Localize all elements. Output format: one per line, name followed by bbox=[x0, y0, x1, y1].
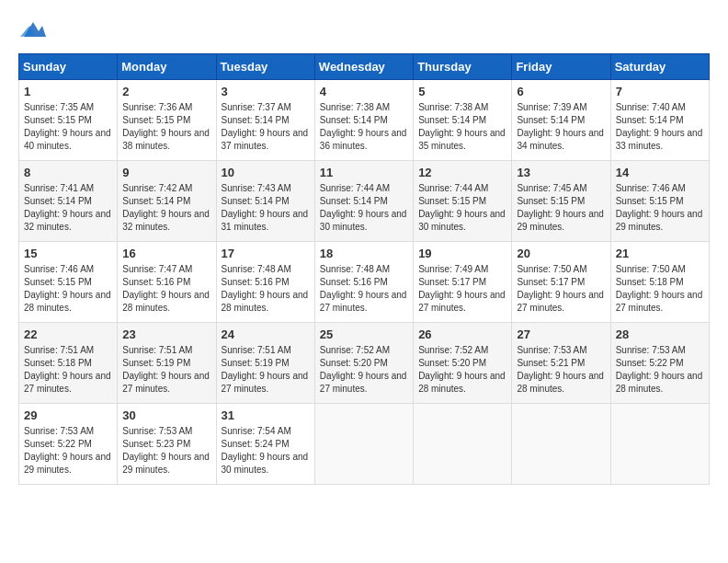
day-number: 11 bbox=[320, 166, 408, 179]
calendar-week-1: 1 Sunrise: 7:35 AM Sunset: 5:15 PM Dayli… bbox=[19, 80, 710, 161]
day-number: 27 bbox=[517, 327, 605, 341]
calendar-week-2: 8 Sunrise: 7:41 AM Sunset: 5:14 PM Dayli… bbox=[19, 161, 710, 242]
day-number: 29 bbox=[24, 408, 112, 422]
day-number: 21 bbox=[616, 247, 704, 260]
empty-cell bbox=[314, 404, 413, 485]
day-info: Sunrise: 7:46 AM Sunset: 5:15 PM Dayligh… bbox=[24, 263, 112, 315]
calendar-day-24: 24 Sunrise: 7:51 AM Sunset: 5:19 PM Dayl… bbox=[216, 323, 314, 404]
calendar-day-5: 5 Sunrise: 7:38 AM Sunset: 5:14 PM Dayli… bbox=[414, 80, 512, 161]
calendar-header-friday: Friday bbox=[512, 54, 610, 80]
calendar-week-5: 29 Sunrise: 7:53 AM Sunset: 5:22 PM Dayl… bbox=[19, 404, 710, 485]
day-info: Sunrise: 7:36 AM Sunset: 5:15 PM Dayligh… bbox=[122, 101, 210, 153]
calendar-day-7: 7 Sunrise: 7:40 AM Sunset: 5:14 PM Dayli… bbox=[610, 80, 709, 161]
day-info: Sunrise: 7:43 AM Sunset: 5:14 PM Dayligh… bbox=[222, 182, 310, 234]
day-info: Sunrise: 7:47 AM Sunset: 5:16 PM Dayligh… bbox=[122, 263, 210, 315]
day-info: Sunrise: 7:38 AM Sunset: 5:14 PM Dayligh… bbox=[320, 101, 408, 153]
day-info: Sunrise: 7:52 AM Sunset: 5:20 PM Dayligh… bbox=[418, 344, 506, 396]
calendar-day-1: 1 Sunrise: 7:35 AM Sunset: 5:15 PM Dayli… bbox=[19, 80, 118, 161]
day-info: Sunrise: 7:46 AM Sunset: 5:15 PM Dayligh… bbox=[616, 182, 704, 234]
day-info: Sunrise: 7:37 AM Sunset: 5:14 PM Dayligh… bbox=[222, 101, 310, 153]
day-info: Sunrise: 7:39 AM Sunset: 5:14 PM Dayligh… bbox=[517, 101, 605, 153]
day-info: Sunrise: 7:52 AM Sunset: 5:20 PM Dayligh… bbox=[320, 344, 408, 396]
day-number: 9 bbox=[122, 166, 210, 179]
day-info: Sunrise: 7:45 AM Sunset: 5:15 PM Dayligh… bbox=[517, 182, 605, 234]
day-number: 7 bbox=[616, 85, 704, 98]
calendar-table: SundayMondayTuesdayWednesdayThursdayFrid… bbox=[18, 53, 710, 485]
day-number: 15 bbox=[24, 247, 112, 260]
day-info: Sunrise: 7:48 AM Sunset: 5:16 PM Dayligh… bbox=[222, 263, 310, 315]
day-info: Sunrise: 7:51 AM Sunset: 5:19 PM Dayligh… bbox=[222, 344, 310, 396]
day-number: 14 bbox=[616, 166, 704, 179]
day-number: 4 bbox=[320, 85, 408, 98]
day-info: Sunrise: 7:51 AM Sunset: 5:19 PM Dayligh… bbox=[122, 344, 210, 396]
day-info: Sunrise: 7:51 AM Sunset: 5:18 PM Dayligh… bbox=[24, 344, 112, 396]
calendar-header-tuesday: Tuesday bbox=[216, 54, 314, 80]
calendar-day-4: 4 Sunrise: 7:38 AM Sunset: 5:14 PM Dayli… bbox=[314, 80, 413, 161]
calendar-day-19: 19 Sunrise: 7:49 AM Sunset: 5:17 PM Dayl… bbox=[414, 242, 512, 323]
day-info: Sunrise: 7:53 AM Sunset: 5:23 PM Dayligh… bbox=[122, 425, 210, 477]
calendar-day-2: 2 Sunrise: 7:36 AM Sunset: 5:15 PM Dayli… bbox=[118, 80, 216, 161]
calendar-week-4: 22 Sunrise: 7:51 AM Sunset: 5:18 PM Dayl… bbox=[19, 323, 710, 404]
day-info: Sunrise: 7:50 AM Sunset: 5:18 PM Dayligh… bbox=[616, 263, 704, 315]
calendar-day-30: 30 Sunrise: 7:53 AM Sunset: 5:23 PM Dayl… bbox=[118, 404, 216, 485]
day-number: 12 bbox=[418, 166, 506, 179]
day-number: 26 bbox=[418, 327, 506, 341]
day-info: Sunrise: 7:44 AM Sunset: 5:14 PM Dayligh… bbox=[320, 182, 408, 234]
empty-cell bbox=[610, 404, 709, 485]
day-number: 18 bbox=[320, 247, 408, 260]
day-number: 31 bbox=[222, 408, 310, 422]
calendar-day-26: 26 Sunrise: 7:52 AM Sunset: 5:20 PM Dayl… bbox=[414, 323, 512, 404]
calendar-header-monday: Monday bbox=[118, 54, 216, 80]
calendar-day-3: 3 Sunrise: 7:37 AM Sunset: 5:14 PM Dayli… bbox=[216, 80, 314, 161]
calendar-day-12: 12 Sunrise: 7:44 AM Sunset: 5:15 PM Dayl… bbox=[414, 161, 512, 242]
calendar-day-23: 23 Sunrise: 7:51 AM Sunset: 5:19 PM Dayl… bbox=[118, 323, 216, 404]
calendar-day-27: 27 Sunrise: 7:53 AM Sunset: 5:21 PM Dayl… bbox=[512, 323, 610, 404]
calendar-day-8: 8 Sunrise: 7:41 AM Sunset: 5:14 PM Dayli… bbox=[19, 161, 118, 242]
day-number: 20 bbox=[517, 247, 605, 260]
logo-bird-icon bbox=[20, 18, 46, 40]
day-info: Sunrise: 7:49 AM Sunset: 5:17 PM Dayligh… bbox=[418, 263, 506, 315]
calendar-day-22: 22 Sunrise: 7:51 AM Sunset: 5:18 PM Dayl… bbox=[19, 323, 118, 404]
day-info: Sunrise: 7:54 AM Sunset: 5:24 PM Dayligh… bbox=[222, 425, 310, 477]
calendar-day-6: 6 Sunrise: 7:39 AM Sunset: 5:14 PM Dayli… bbox=[512, 80, 610, 161]
day-info: Sunrise: 7:35 AM Sunset: 5:15 PM Dayligh… bbox=[24, 101, 112, 153]
day-number: 1 bbox=[24, 85, 112, 98]
calendar-day-15: 15 Sunrise: 7:46 AM Sunset: 5:15 PM Dayl… bbox=[19, 242, 118, 323]
day-number: 3 bbox=[222, 85, 310, 98]
calendar-day-20: 20 Sunrise: 7:50 AM Sunset: 5:17 PM Dayl… bbox=[512, 242, 610, 323]
calendar-day-11: 11 Sunrise: 7:44 AM Sunset: 5:14 PM Dayl… bbox=[314, 161, 413, 242]
day-number: 28 bbox=[616, 327, 704, 341]
empty-cell bbox=[512, 404, 610, 485]
calendar-header-saturday: Saturday bbox=[610, 54, 709, 80]
day-info: Sunrise: 7:38 AM Sunset: 5:14 PM Dayligh… bbox=[418, 101, 506, 153]
day-info: Sunrise: 7:44 AM Sunset: 5:15 PM Dayligh… bbox=[418, 182, 506, 234]
day-number: 16 bbox=[122, 247, 210, 260]
day-number: 22 bbox=[24, 327, 112, 341]
day-number: 5 bbox=[418, 85, 506, 98]
calendar-body: 1 Sunrise: 7:35 AM Sunset: 5:15 PM Dayli… bbox=[19, 80, 710, 485]
day-number: 6 bbox=[517, 85, 605, 98]
day-number: 17 bbox=[222, 247, 310, 260]
calendar-header-row: SundayMondayTuesdayWednesdayThursdayFrid… bbox=[19, 54, 710, 80]
calendar-day-28: 28 Sunrise: 7:53 AM Sunset: 5:22 PM Dayl… bbox=[610, 323, 709, 404]
calendar-day-31: 31 Sunrise: 7:54 AM Sunset: 5:24 PM Dayl… bbox=[216, 404, 314, 485]
day-number: 30 bbox=[122, 408, 210, 422]
calendar-day-9: 9 Sunrise: 7:42 AM Sunset: 5:14 PM Dayli… bbox=[118, 161, 216, 242]
day-info: Sunrise: 7:53 AM Sunset: 5:22 PM Dayligh… bbox=[24, 425, 112, 477]
calendar-day-10: 10 Sunrise: 7:43 AM Sunset: 5:14 PM Dayl… bbox=[216, 161, 314, 242]
page-header bbox=[18, 18, 710, 44]
day-info: Sunrise: 7:48 AM Sunset: 5:16 PM Dayligh… bbox=[320, 263, 408, 315]
calendar-day-16: 16 Sunrise: 7:47 AM Sunset: 5:16 PM Dayl… bbox=[118, 242, 216, 323]
calendar-day-13: 13 Sunrise: 7:45 AM Sunset: 5:15 PM Dayl… bbox=[512, 161, 610, 242]
empty-cell bbox=[414, 404, 512, 485]
day-info: Sunrise: 7:50 AM Sunset: 5:17 PM Dayligh… bbox=[517, 263, 605, 315]
logo bbox=[18, 18, 50, 44]
day-info: Sunrise: 7:41 AM Sunset: 5:14 PM Dayligh… bbox=[24, 182, 112, 234]
day-number: 2 bbox=[122, 85, 210, 98]
day-number: 25 bbox=[320, 327, 408, 341]
day-number: 24 bbox=[222, 327, 310, 341]
calendar-header-sunday: Sunday bbox=[19, 54, 118, 80]
day-info: Sunrise: 7:40 AM Sunset: 5:14 PM Dayligh… bbox=[616, 101, 704, 153]
day-number: 10 bbox=[222, 166, 310, 179]
day-info: Sunrise: 7:53 AM Sunset: 5:22 PM Dayligh… bbox=[616, 344, 704, 396]
